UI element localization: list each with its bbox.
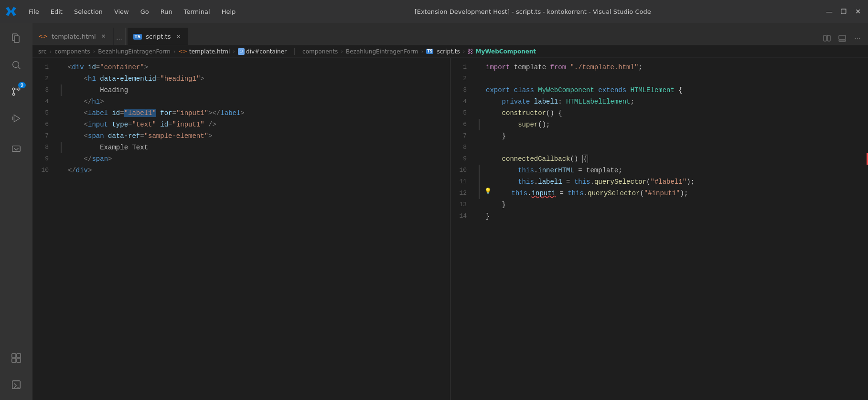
breadcrumb: src › components › BezahlungEintragenFor… [32, 45, 868, 58]
line-content: this.input1 = this.querySelector("#input… [493, 188, 868, 199]
code-line: 10 </div> [32, 165, 450, 176]
line-number: 14 [450, 211, 474, 222]
line-content: constructor() { [484, 107, 868, 119]
code-line: 3 export class MyWebComponent extends HT… [450, 84, 868, 96]
source-control-icon[interactable]: 9 [5, 80, 28, 103]
line-number: 5 [450, 107, 474, 119]
breadcrumb-divider [294, 48, 295, 55]
code-line: 3 Heading [32, 84, 450, 96]
line-content: <h1 data-elementid="heading1"> [66, 73, 450, 84]
breadcrumb-sep-3: › [173, 48, 176, 55]
svg-rect-14 [12, 358, 16, 362]
line-content: } [484, 130, 868, 142]
tab-close-script[interactable]: ✕ [174, 33, 182, 41]
line-content: } [484, 211, 868, 222]
svg-point-4 [12, 88, 15, 90]
breadcrumb-mywebcomponent-icon: ⛓ [468, 48, 473, 55]
line-gutter [474, 188, 484, 199]
terminal-icon[interactable] [5, 373, 28, 396]
breadcrumb-html-icon: <> [179, 48, 187, 54]
tab-close-template[interactable]: ✕ [100, 32, 107, 40]
breadcrumb-script[interactable]: script.ts [437, 48, 460, 55]
code-line: 12 💡 this.input1 = this.querySelector("#… [450, 188, 868, 199]
explorer-icon[interactable] [5, 27, 28, 50]
close-button[interactable]: ✕ [854, 7, 862, 16]
line-content: this.label1 = this.querySelector("#label… [484, 176, 868, 188]
breadcrumb-r-components[interactable]: components [302, 48, 338, 55]
svg-rect-1 [14, 36, 19, 42]
breadcrumb-r-sep-2: › [421, 48, 423, 55]
menu-run[interactable]: Run [156, 6, 177, 17]
breadcrumb-components[interactable]: components [54, 48, 90, 55]
line-number: 8 [32, 142, 56, 153]
vscode-logo-icon [6, 6, 16, 17]
code-line: 6 super(); [450, 119, 868, 130]
line-number: 1 [450, 62, 474, 73]
breadcrumb-div-icon-group: ⬡ div#container [238, 48, 287, 55]
menu-selection[interactable]: Selection [69, 6, 107, 17]
menu-file[interactable]: File [24, 6, 44, 17]
maximize-button[interactable]: ❐ [839, 7, 848, 16]
minimize-button[interactable]: — [825, 7, 834, 16]
tab-script-ts[interactable]: TS script.ts ✕ [128, 28, 189, 45]
line-number: 11 [450, 176, 474, 188]
line-content: <div id="container"> [66, 62, 450, 73]
run-debug-icon[interactable] [5, 107, 28, 130]
line-gutter [474, 119, 484, 130]
search-icon[interactable] [5, 53, 28, 76]
menu-go[interactable]: Go [136, 6, 154, 17]
line-content: export class MyWebComponent extends HTML… [484, 84, 868, 96]
line-number: 6 [32, 119, 56, 130]
line-number: 9 [450, 153, 474, 165]
html-file-icon: <> [38, 33, 48, 40]
svg-line-11 [16, 148, 19, 150]
tab-template-html[interactable]: <> template.html ✕ [32, 28, 114, 45]
more-actions-button[interactable]: ··· [851, 32, 864, 45]
code-line: 8 [450, 142, 868, 153]
svg-point-2 [13, 62, 19, 68]
code-line: 5 <label id="label1" for="input1"></labe… [32, 107, 450, 119]
line-number: 1 [32, 62, 56, 73]
code-content-left[interactable]: 1 <div id="container"> 2 <h1 data-elemen… [32, 58, 450, 400]
breadcrumb-container[interactable]: div#container [246, 48, 287, 55]
source-control-badge: 9 [18, 82, 26, 88]
code-line: 13 } [450, 199, 868, 211]
breadcrumb-mywebcomponent[interactable]: MyWebComponent [475, 48, 536, 55]
menu-edit[interactable]: Edit [46, 6, 67, 17]
line-number: 10 [32, 165, 56, 176]
breadcrumb-r-form[interactable]: BezahlungEintragenForm [346, 48, 418, 55]
line-content: <input type="text" id="input1" /> [66, 119, 450, 130]
menu-view[interactable]: View [109, 6, 134, 17]
svg-rect-15 [17, 358, 21, 362]
tab-bar: <> template.html ✕ ··· TS script.ts ✕ [32, 23, 868, 45]
breadcrumb-src[interactable]: src [38, 48, 47, 55]
editor-area: <> template.html ✕ ··· TS script.ts ✕ [32, 23, 868, 400]
menu-terminal[interactable]: Terminal [179, 6, 215, 17]
tab-overflow-button[interactable]: ··· [116, 36, 123, 45]
breadcrumb-form[interactable]: BezahlungEintragenForm [98, 48, 170, 55]
remote-icon[interactable] [5, 137, 28, 160]
code-line: 2 <h1 data-elementid="heading1"> [32, 73, 450, 84]
line-number: 4 [450, 96, 474, 107]
lightbulb-icon[interactable]: 💡 [484, 188, 492, 195]
breadcrumb-template[interactable]: template.html [189, 48, 230, 55]
line-content: </div> [66, 165, 450, 176]
tab-right-actions: ··· [816, 32, 868, 45]
code-line: 6 <input type="text" id="input1" /> [32, 119, 450, 130]
extensions-icon[interactable] [5, 347, 28, 369]
toggle-panel-button[interactable] [836, 32, 849, 45]
line-number: 9 [32, 153, 56, 165]
svg-line-10 [14, 148, 16, 150]
line-content: </h1> [66, 96, 450, 107]
line-number: 8 [450, 142, 474, 153]
code-line: 9 connectedCallback() { [450, 153, 868, 165]
line-number: 3 [450, 84, 474, 96]
svg-rect-13 [17, 354, 21, 358]
code-line: 9 </span> [32, 153, 450, 165]
code-line: 1 import template from "./template.html"… [450, 62, 868, 73]
code-content-right[interactable]: 1 import template from "./template.html"… [450, 58, 868, 400]
svg-line-3 [18, 67, 21, 69]
line-gutter [56, 142, 66, 153]
menu-help[interactable]: Help [217, 6, 241, 17]
split-editor-button[interactable] [820, 32, 834, 45]
